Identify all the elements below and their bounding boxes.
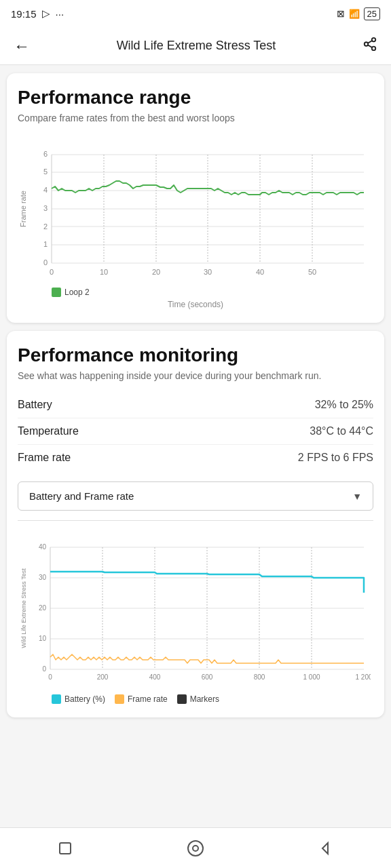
svg-text:0: 0 <box>48 673 52 681</box>
svg-text:1 000: 1 000 <box>303 673 320 681</box>
battery-color-swatch <box>52 694 61 704</box>
battery-icon: 25 <box>364 7 380 20</box>
wifi-icon: 📶 <box>349 9 360 19</box>
svg-text:5: 5 <box>43 167 48 176</box>
battery-label: Battery <box>18 399 52 411</box>
perf-range-subtitle: Compare frame rates from the best and wo… <box>18 113 373 123</box>
svg-text:20: 20 <box>152 268 160 276</box>
delete-icon: ⊠ <box>337 8 345 19</box>
perf-monitoring-subtitle: See what was happening inside your devic… <box>18 370 373 381</box>
stat-row-framerate: Frame rate 2 FPS to 6 FPS <box>18 445 373 471</box>
svg-text:1 200: 1 200 <box>355 673 371 681</box>
square-button[interactable] <box>43 835 87 862</box>
dropdown-label: Battery and Frame rate <box>29 490 134 502</box>
status-bar-right: ⊠ 📶 25 <box>337 7 380 20</box>
back-button[interactable]: ← <box>8 31 35 61</box>
svg-text:400: 400 <box>149 673 161 681</box>
svg-text:40: 40 <box>39 543 47 551</box>
svg-text:3: 3 <box>43 204 48 212</box>
stat-row-battery: Battery 32% to 25% <box>18 392 373 418</box>
performance-monitoring-card: Performance monitoring See what was happ… <box>7 331 384 717</box>
svg-marker-59 <box>322 843 328 854</box>
svg-rect-56 <box>60 843 71 854</box>
perf-range-legend: Loop 2 <box>18 288 373 297</box>
svg-text:2: 2 <box>43 222 48 231</box>
stats-table: Battery 32% to 25% Temperature 38°C to 4… <box>18 392 373 471</box>
svg-text:50: 50 <box>308 268 316 276</box>
svg-text:30: 30 <box>204 268 212 276</box>
svg-text:800: 800 <box>254 673 265 681</box>
legend-framerate: Frame rate <box>115 694 168 704</box>
legend-battery: Battery (%) <box>52 694 105 704</box>
svg-text:6: 6 <box>43 150 48 158</box>
svg-text:20: 20 <box>39 604 47 612</box>
svg-text:0: 0 <box>50 268 54 276</box>
svg-text:40: 40 <box>256 268 264 276</box>
stat-row-temperature: Temperature 38°C to 44°C <box>18 418 373 445</box>
performance-range-card: Performance range Compare frame rates fr… <box>7 73 384 323</box>
monitoring-chart-legend: Battery (%) Frame rate Markers <box>52 694 373 704</box>
svg-text:Frame rate: Frame rate <box>19 191 27 227</box>
perf-range-chart-wrapper: Frame rate 0 1 2 3 4 5 6 0 10 20 30 40 5… <box>18 134 373 286</box>
svg-text:1: 1 <box>43 240 48 248</box>
svg-text:Wild Life Extreme Stress Test: Wild Life Extreme Stress Test <box>20 568 27 648</box>
status-bar: 19:15 ▷ ··· ⊠ 📶 25 <box>0 0 391 27</box>
legend-loop2: Loop 2 <box>52 288 90 297</box>
svg-point-1 <box>365 42 369 46</box>
loop2-color-swatch <box>52 288 61 297</box>
play-icon: ▷ <box>42 7 50 20</box>
back-nav-button[interactable] <box>304 835 348 862</box>
svg-text:10: 10 <box>39 635 47 642</box>
more-icon: ··· <box>56 8 64 20</box>
home-button[interactable] <box>173 834 218 863</box>
dropdown-arrow-icon: ▼ <box>352 491 362 502</box>
perf-range-title: Performance range <box>18 87 373 108</box>
top-nav: ← Wild Life Extreme Stress Test <box>0 27 391 65</box>
battery-legend-label: Battery (%) <box>64 694 105 704</box>
page-title: Wild Life Extreme Stress Test <box>35 39 357 53</box>
temperature-value: 38°C to 44°C <box>310 425 373 437</box>
svg-text:600: 600 <box>202 673 213 681</box>
chart-type-dropdown[interactable]: Battery and Frame rate ▼ <box>18 481 373 511</box>
x-axis-label-range: Time (seconds) <box>18 300 373 309</box>
monitoring-chart-wrapper: Wild Life Extreme Stress Test 0 10 20 30… <box>18 530 373 689</box>
svg-point-0 <box>372 37 376 41</box>
perf-monitoring-title: Performance monitoring <box>18 344 373 366</box>
time-label: 19:15 <box>11 8 37 20</box>
battery-value: 32% to 25% <box>315 399 373 411</box>
legend-markers: Markers <box>177 694 219 704</box>
bottom-nav <box>0 827 391 868</box>
temperature-label: Temperature <box>18 425 79 437</box>
svg-text:0: 0 <box>42 665 46 673</box>
svg-text:30: 30 <box>39 574 47 581</box>
divider <box>18 520 373 521</box>
monitoring-chart: Wild Life Extreme Stress Test 0 10 20 30… <box>18 530 371 686</box>
svg-text:10: 10 <box>100 268 108 276</box>
svg-text:0: 0 <box>43 258 48 267</box>
markers-legend-label: Markers <box>190 694 219 704</box>
framerate-legend-label: Frame rate <box>128 694 168 704</box>
svg-text:200: 200 <box>97 673 109 681</box>
status-bar-left: 19:15 ▷ ··· <box>11 7 64 20</box>
svg-point-2 <box>372 46 376 50</box>
framerate-value: 2 FPS to 6 FPS <box>298 452 373 464</box>
svg-point-58 <box>193 846 198 851</box>
loop2-label: Loop 2 <box>64 288 90 297</box>
framerate-label: Frame rate <box>18 452 71 464</box>
svg-point-57 <box>188 841 203 856</box>
framerate-color-swatch <box>115 694 124 704</box>
markers-color-swatch <box>177 694 187 704</box>
svg-line-3 <box>368 45 372 47</box>
share-button[interactable] <box>357 31 383 61</box>
svg-text:4: 4 <box>43 186 48 194</box>
svg-line-4 <box>368 40 372 43</box>
perf-range-chart: Frame rate 0 1 2 3 4 5 6 0 10 20 30 40 5… <box>18 134 371 283</box>
